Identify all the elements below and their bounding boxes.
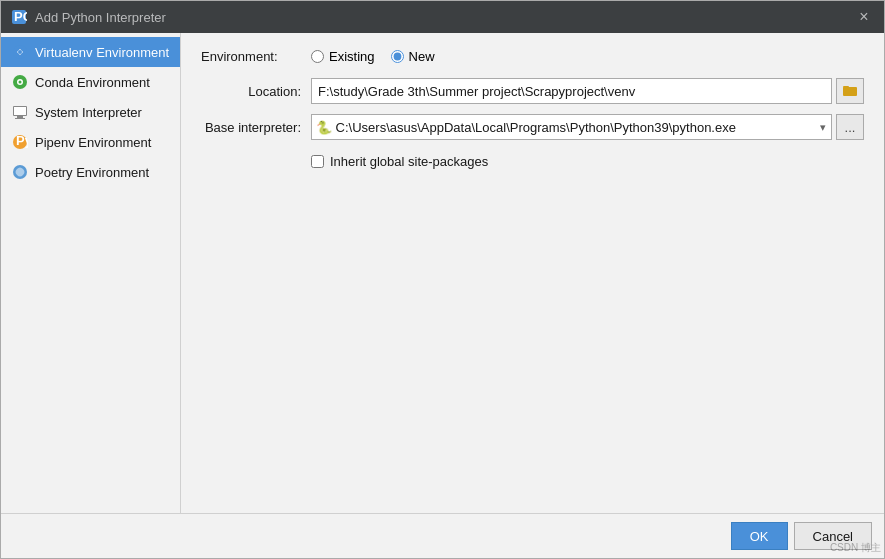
radio-new[interactable] [391, 50, 404, 63]
svg-text:Py: Py [16, 134, 28, 148]
svg-rect-9 [15, 118, 25, 119]
poetry-icon [11, 163, 29, 181]
location-row: Location: [201, 78, 864, 104]
sidebar-item-virtualenv[interactable]: Virtualenv Environment [1, 37, 180, 67]
virtualenv-icon [11, 43, 29, 61]
environment-row: Environment: Existing New [201, 49, 864, 64]
environment-label: Environment: [201, 49, 291, 64]
sidebar: Virtualenv Environment Conda Environment [1, 33, 181, 513]
radio-new-label: New [409, 49, 435, 64]
dialog-footer: OK Cancel [1, 513, 884, 558]
svg-rect-14 [843, 87, 857, 96]
base-interpreter-wrap: 🐍 C:\Users\asus\AppData\Local\Programs\P… [311, 114, 864, 140]
sidebar-label-poetry: Poetry Environment [35, 165, 149, 180]
radio-group: Existing New [311, 49, 435, 64]
dialog-body: Virtualenv Environment Conda Environment [1, 33, 884, 513]
inherit-checkbox-row: Inherit global site-packages [201, 154, 864, 169]
inherit-label[interactable]: Inherit global site-packages [330, 154, 488, 169]
sidebar-label-virtualenv: Virtualenv Environment [35, 45, 169, 60]
svg-rect-15 [843, 86, 849, 88]
watermark: CSDN 博主 [830, 541, 881, 555]
add-python-interpreter-dialog: PC Add Python Interpreter × V [0, 0, 885, 559]
title-bar: PC Add Python Interpreter × [1, 1, 884, 33]
svg-rect-10 [14, 107, 26, 115]
sidebar-label-system: System Interpreter [35, 105, 142, 120]
base-interpreter-label: Base interpreter: [201, 120, 311, 135]
sidebar-label-conda: Conda Environment [35, 75, 150, 90]
sidebar-item-poetry[interactable]: Poetry Environment [1, 157, 180, 187]
svg-rect-8 [17, 116, 23, 118]
sidebar-item-conda[interactable]: Conda Environment [1, 67, 180, 97]
sidebar-item-system[interactable]: System Interpreter [1, 97, 180, 127]
interpreter-select[interactable]: 🐍 C:\Users\asus\AppData\Local\Programs\P… [311, 114, 832, 140]
ellipsis-icon: ... [845, 120, 856, 135]
base-interpreter-row: Base interpreter: 🐍 C:\Users\asus\AppDat… [201, 114, 864, 140]
location-label: Location: [201, 84, 311, 99]
close-button[interactable]: × [854, 7, 874, 27]
location-input[interactable] [311, 78, 832, 104]
interpreter-select-container: 🐍 C:\Users\asus\AppData\Local\Programs\P… [311, 114, 832, 140]
radio-existing-label: Existing [329, 49, 375, 64]
conda-icon [11, 73, 29, 91]
radio-new-option[interactable]: New [391, 49, 435, 64]
svg-point-3 [18, 50, 22, 54]
ok-button[interactable]: OK [731, 522, 788, 550]
sidebar-label-pipenv: Pipenv Environment [35, 135, 151, 150]
pipenv-icon: Py [11, 133, 29, 151]
location-input-wrap [311, 78, 864, 104]
main-content: Environment: Existing New Loca [181, 33, 884, 513]
interpreter-browse-button[interactable]: ... [836, 114, 864, 140]
inherit-checkbox[interactable] [311, 155, 324, 168]
svg-point-6 [19, 81, 22, 84]
radio-existing[interactable] [311, 50, 324, 63]
app-icon: PC [11, 9, 27, 25]
location-browse-button[interactable] [836, 78, 864, 104]
dialog-title: Add Python Interpreter [35, 10, 854, 25]
radio-existing-option[interactable]: Existing [311, 49, 375, 64]
folder-icon [843, 84, 857, 98]
svg-text:PC: PC [14, 9, 27, 24]
system-icon [11, 103, 29, 121]
sidebar-item-pipenv[interactable]: Py Pipenv Environment [1, 127, 180, 157]
